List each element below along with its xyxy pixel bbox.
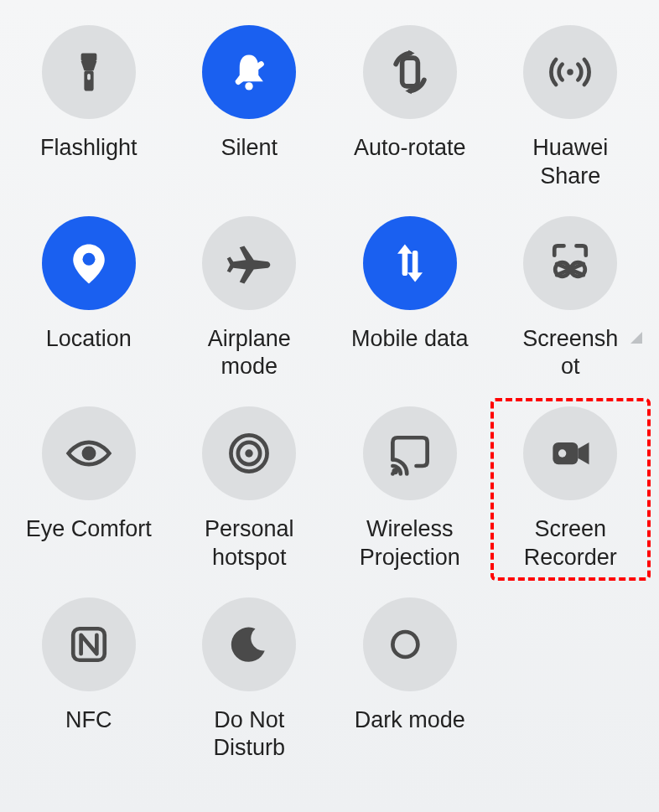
tile-dark-mode[interactable]: Dark mode xyxy=(330,589,490,772)
tile-label: Flashlight xyxy=(40,134,138,163)
svg-marker-8 xyxy=(405,88,412,95)
silent-icon xyxy=(202,25,296,119)
svg-rect-6 xyxy=(402,58,418,86)
tile-label: Personal hotspot xyxy=(205,515,294,572)
svg-point-4 xyxy=(246,82,253,90)
svg-marker-1 xyxy=(80,61,96,70)
tile-auto-rotate[interactable]: Auto-rotate xyxy=(330,17,490,199)
tile-screen-recorder[interactable]: Screen Recorder xyxy=(490,398,651,581)
tile-label: Mobile data xyxy=(351,325,469,354)
tile-personal-hotspot[interactable]: Personal hotspot xyxy=(169,398,330,581)
tile-airplane-mode[interactable]: Airplane mode xyxy=(169,208,330,390)
svg-rect-13 xyxy=(413,251,418,276)
svg-point-9 xyxy=(568,69,574,75)
rotate-icon xyxy=(363,25,457,119)
tile-label: Huawei Share xyxy=(532,134,608,191)
nfc-icon xyxy=(42,597,136,691)
svg-point-28 xyxy=(392,632,418,657)
tile-label: Auto-rotate xyxy=(354,134,466,163)
svg-rect-11 xyxy=(402,251,407,276)
tile-silent[interactable]: Silent xyxy=(169,17,330,199)
svg-rect-2 xyxy=(84,70,93,91)
tile-do-not-disturb[interactable]: Do Not Disturb xyxy=(169,589,330,772)
svg-point-20 xyxy=(246,449,253,457)
tile-label: Wireless Projection xyxy=(360,515,460,572)
tile-label: Eye Comfort xyxy=(26,515,152,544)
svg-point-26 xyxy=(558,449,566,457)
svg-marker-7 xyxy=(408,50,415,57)
contrast-icon xyxy=(363,597,457,691)
svg-marker-25 xyxy=(579,442,589,464)
svg-point-23 xyxy=(392,468,398,475)
cast-icon xyxy=(363,406,457,500)
tile-nfc[interactable]: NFC xyxy=(8,589,169,772)
moon-icon xyxy=(202,597,296,691)
svg-marker-14 xyxy=(407,272,423,282)
tile-label: Location xyxy=(46,325,132,354)
tile-eye-comfort[interactable]: Eye Comfort xyxy=(8,398,169,581)
tile-wireless-projection[interactable]: Wireless Projection xyxy=(330,398,490,581)
svg-point-10 xyxy=(82,252,95,265)
svg-point-19 xyxy=(81,447,96,461)
data-icon xyxy=(363,216,457,310)
tile-label: NFC xyxy=(65,706,112,735)
videocam-icon xyxy=(523,406,617,500)
tile-screenshot[interactable]: Screensh ot xyxy=(490,208,651,390)
tile-flashlight[interactable]: Flashlight xyxy=(8,17,169,199)
flashlight-icon xyxy=(42,25,136,119)
tile-label: Screen Recorder xyxy=(524,515,617,572)
tile-label: Do Not Disturb xyxy=(213,706,285,763)
tile-mobile-data[interactable]: Mobile data xyxy=(330,208,490,390)
screenshot-icon xyxy=(523,216,617,310)
svg-marker-12 xyxy=(397,244,413,253)
broadcast-icon xyxy=(523,25,617,119)
airplane-icon xyxy=(202,216,296,310)
tile-label: Dark mode xyxy=(355,706,465,735)
eye-icon xyxy=(42,406,136,500)
tile-huawei-share[interactable]: Huawei Share xyxy=(490,17,651,199)
quick-settings-grid: Flashlight Silent Auto-rotate Huawei Sha… xyxy=(8,17,651,771)
tile-label: Silent xyxy=(221,134,278,163)
location-icon xyxy=(42,216,136,310)
hotspot-icon xyxy=(202,406,296,500)
tile-location[interactable]: Location xyxy=(8,208,169,390)
svg-rect-0 xyxy=(80,54,96,61)
expand-indicator-icon xyxy=(630,332,642,344)
svg-rect-3 xyxy=(87,74,91,80)
tile-label: Screensh ot xyxy=(522,325,618,382)
tile-label: Airplane mode xyxy=(208,325,291,382)
